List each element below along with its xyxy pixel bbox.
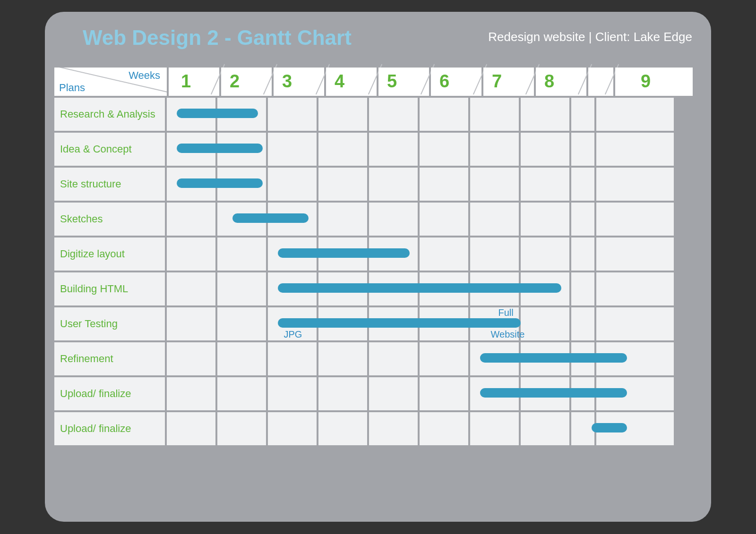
week-header-cell: 8 <box>536 68 588 96</box>
gantt-bar <box>480 353 627 363</box>
weeks-axis-label: Weeks <box>129 69 160 82</box>
task-label: Research & Analysis <box>54 98 167 131</box>
week-header-cell: 2 <box>221 68 274 96</box>
card-header: Web Design 2 - Gantt Chart Redesign webs… <box>45 12 711 68</box>
task-label: User Testing <box>54 307 167 340</box>
week-number: 6 <box>439 71 449 92</box>
week-number: 5 <box>387 71 397 92</box>
annotation-website: Website <box>491 329 525 340</box>
task-label: Upload/ finalize <box>54 412 167 445</box>
gantt-bar <box>592 423 627 432</box>
task-label: Refinement <box>54 342 167 375</box>
task-label: Upload/ finalize <box>54 377 167 410</box>
gantt-header-row: Weeks Plans 123456789 <box>54 68 702 96</box>
week-header-cell: 6 <box>431 68 483 96</box>
gantt-row: Upload/ finalize <box>54 410 702 445</box>
task-label: Building HTML <box>54 272 167 305</box>
gantt-card: Web Design 2 - Gantt Chart Redesign webs… <box>45 12 711 522</box>
week-header-cell: 9 <box>615 68 693 96</box>
week-number: 8 <box>544 71 554 92</box>
gantt-bar <box>177 109 258 118</box>
gantt-bar <box>278 318 521 328</box>
week-number: 9 <box>641 71 651 92</box>
week-header-cell: 7 <box>483 68 536 96</box>
week-number: 4 <box>335 71 344 92</box>
week-header-cell: 3 <box>274 68 326 96</box>
annotation-full: Full <box>498 307 514 318</box>
annotation-jpg: JPG <box>284 329 302 340</box>
gantt-row: Upload/ finalize <box>54 375 702 410</box>
week-number: 1 <box>181 71 191 92</box>
gantt-row: Idea & Concept <box>54 131 702 166</box>
task-label: Sketches <box>54 203 167 236</box>
page-subtitle: Redesign website | Client: Lake Edge <box>488 30 692 44</box>
plans-axis-label: Plans <box>59 82 85 94</box>
gantt-bar <box>278 248 409 258</box>
task-label: Site structure <box>54 168 167 201</box>
week-header-cell <box>588 68 615 96</box>
gantt-bar <box>278 283 561 293</box>
week-header-cell: 4 <box>326 68 378 96</box>
task-label: Idea & Concept <box>54 133 167 166</box>
gantt-row: Building HTML <box>54 271 702 305</box>
week-number: 3 <box>282 71 292 92</box>
week-header-cell: 5 <box>378 68 431 96</box>
week-header-cell: 1 <box>169 68 221 96</box>
gantt-bar <box>177 178 263 188</box>
task-label: Digitize layout <box>54 237 167 271</box>
gantt-row: Site structure <box>54 166 702 201</box>
gantt-grid: Weeks Plans 123456789 Research & Analysi… <box>54 68 702 445</box>
week-number: 2 <box>230 71 240 92</box>
week-number: 7 <box>492 71 502 92</box>
gantt-bar <box>232 213 309 223</box>
gantt-row: User TestingJPGFullWebsite <box>54 305 702 340</box>
gantt-row: Refinement <box>54 340 702 375</box>
gantt-bar <box>177 144 263 153</box>
page-title: Web Design 2 - Gantt Chart <box>83 26 352 50</box>
gantt-row: Research & Analysis <box>54 96 702 131</box>
gantt-row: Sketches <box>54 201 702 236</box>
gantt-row: Digitize layout <box>54 236 702 271</box>
gantt-bar <box>480 388 627 398</box>
axis-corner-cell: Weeks Plans <box>54 68 169 96</box>
